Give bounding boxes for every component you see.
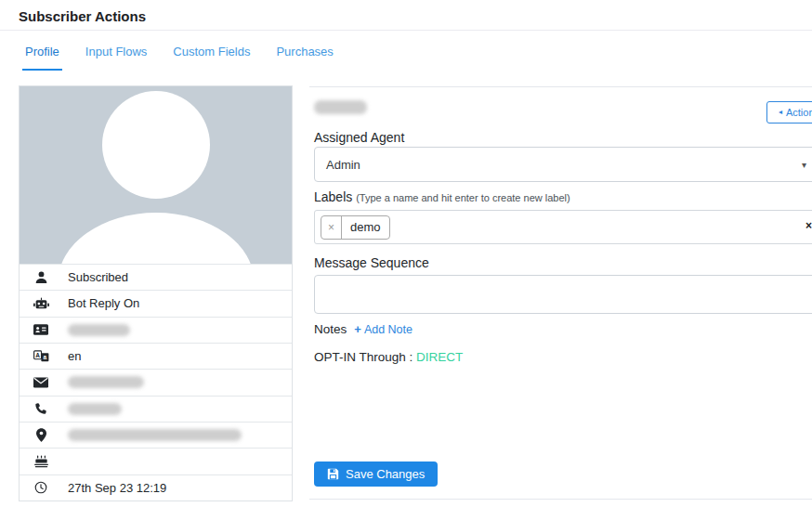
caret-left-icon: ◂ (779, 109, 782, 116)
location-redacted (68, 429, 242, 441)
bot-reply-row: Bot Reply On (20, 290, 292, 316)
birthday-cake-icon (33, 455, 49, 468)
notes-row: Notes + Add Note (314, 322, 413, 336)
robot-icon (33, 297, 49, 310)
tab-bar: Profile Input Flows Custom Fields Purcha… (0, 32, 812, 71)
envelope-icon (33, 377, 49, 388)
plus-icon: + (354, 322, 361, 336)
phone-redacted (68, 403, 122, 415)
clock-icon (33, 481, 49, 494)
subscriber-profile-card: Subscribed Bot Reply On Aa en (19, 85, 293, 501)
subscription-status-row: Subscribed (20, 264, 292, 290)
tag-text: demo (342, 216, 389, 239)
subscriber-name-row (20, 317, 292, 343)
optin-label: OPT-IN Through : (314, 350, 413, 364)
message-sequence-label: Message Sequence (314, 255, 429, 270)
avatar-head-shape (102, 91, 210, 199)
assigned-agent-label: Assigned Agent (314, 130, 404, 145)
labels-label: Labels (Type a name and hit enter to cre… (314, 189, 570, 204)
subscription-status: Subscribed (68, 270, 128, 284)
email-row (20, 369, 292, 395)
location-icon (33, 428, 49, 442)
user-icon (33, 270, 49, 284)
add-note-label: Add Note (364, 323, 413, 336)
save-changes-button[interactable]: Save Changes (314, 462, 438, 487)
notes-label: Notes (314, 322, 347, 336)
email-redacted (68, 376, 144, 388)
subscribed-date: 27th Sep 23 12:19 (68, 481, 166, 495)
page-header: Subscriber Actions (0, 0, 812, 31)
phone-row (20, 396, 292, 422)
optin-row: OPT-IN Through : DIRECT (314, 350, 463, 364)
save-changes-label: Save Changes (346, 467, 425, 481)
phone-icon (33, 402, 49, 415)
label-tag: × demo (321, 215, 390, 240)
subscriber-form-panel: ◂ Actions Assigned Agent Admin ▾ Labels … (309, 86, 812, 500)
language-icon: Aa (33, 350, 49, 362)
actions-button-label: Actions (786, 107, 812, 118)
subscribed-date-row: 27th Sep 23 12:19 (20, 474, 292, 500)
subscriber-name-redacted (68, 324, 130, 336)
save-icon (327, 468, 339, 480)
subscriber-detail-list: Subscribed Bot Reply On Aa en (20, 264, 292, 500)
language-row: Aa en (20, 343, 292, 369)
labels-input[interactable]: × demo × (314, 210, 812, 244)
labels-label-text: Labels (314, 189, 352, 204)
assigned-agent-select[interactable]: Admin ▾ (314, 147, 812, 182)
tab-custom-fields[interactable]: Custom Fields (170, 45, 253, 71)
labels-clear-icon[interactable]: × (805, 220, 812, 231)
id-card-icon (33, 323, 49, 336)
avatar (20, 86, 292, 264)
labels-hint: (Type a name and hit enter to create new… (356, 192, 570, 203)
message-sequence-input[interactable] (314, 275, 812, 314)
page-title: Subscriber Actions (0, 0, 812, 24)
tab-input-flows[interactable]: Input Flows (83, 45, 150, 71)
avatar-shoulders-shape (58, 213, 254, 264)
location-row (20, 422, 292, 448)
optin-value: DIRECT (416, 350, 463, 364)
add-note-link[interactable]: + Add Note (354, 322, 413, 336)
birthday-row (20, 448, 292, 474)
assigned-agent-value: Admin (326, 158, 360, 172)
actions-button[interactable]: ◂ Actions (766, 101, 812, 124)
tag-remove-icon[interactable]: × (321, 216, 342, 239)
language-value: en (68, 349, 81, 363)
subscriber-title-redacted (314, 100, 367, 114)
svg-text:a: a (43, 354, 46, 360)
bot-reply-status: Bot Reply On (68, 296, 139, 310)
chevron-down-icon: ▾ (802, 160, 806, 170)
tab-profile[interactable]: Profile (22, 45, 62, 71)
svg-text:A: A (35, 352, 40, 358)
tab-purchases[interactable]: Purchases (273, 45, 335, 71)
